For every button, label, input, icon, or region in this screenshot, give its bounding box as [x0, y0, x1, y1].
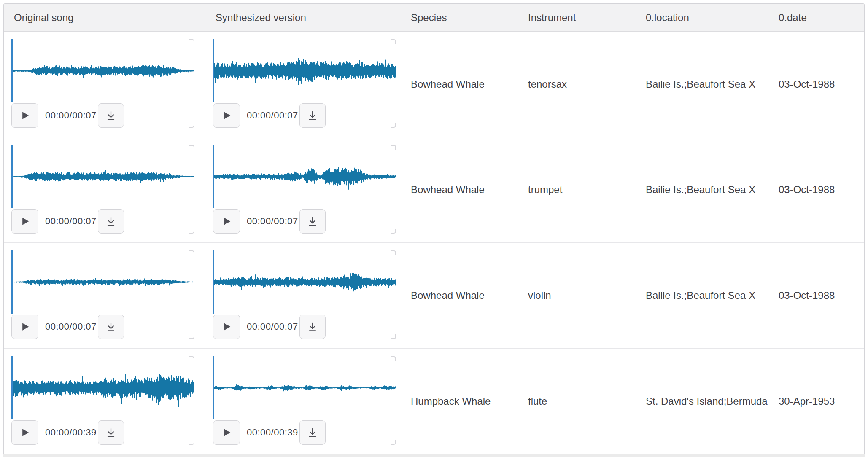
play-button[interactable]	[11, 103, 38, 128]
download-icon	[105, 110, 116, 121]
download-icon	[105, 427, 116, 438]
audio-controls: 00:00/00:39	[213, 420, 396, 445]
download-button[interactable]	[299, 209, 326, 234]
audio-player: 00:00/00:07	[11, 145, 194, 234]
download-button[interactable]	[98, 209, 124, 234]
playhead-cursor	[213, 145, 214, 208]
play-button[interactable]	[213, 420, 240, 445]
audio-player: 00:00/00:07	[213, 250, 396, 339]
download-icon	[307, 427, 318, 438]
play-icon	[221, 215, 232, 227]
play-icon	[19, 215, 31, 227]
waveform-canvas[interactable]	[11, 145, 194, 208]
table-row: 00:00/00:07	[4, 243, 864, 349]
play-button[interactable]	[213, 103, 240, 128]
playhead-cursor	[11, 145, 13, 208]
instrument-cell: tenorsax	[518, 32, 636, 137]
species-cell: Bowhead Whale	[401, 243, 518, 348]
table-body: 00:00/00:07	[4, 32, 864, 454]
play-icon	[221, 110, 232, 121]
horizontal-scrollbar-track[interactable]	[3, 454, 865, 457]
location-cell: Bailie Is.;Beaufort Sea X	[636, 243, 768, 348]
waveform-canvas[interactable]	[11, 356, 194, 419]
waveform-canvas[interactable]	[213, 250, 396, 314]
download-button[interactable]	[299, 315, 326, 339]
column-header-location: 0.location	[636, 4, 768, 31]
synthesized-audio-cell: 00:00/00:07	[205, 32, 401, 137]
waveform[interactable]	[11, 39, 194, 102]
original-audio-cell: 00:00/00:07	[4, 32, 205, 137]
audio-controls: 00:00/00:07	[11, 315, 194, 339]
audio-player: 00:00/00:07	[213, 39, 396, 128]
waveform[interactable]	[213, 145, 396, 208]
download-icon	[105, 321, 116, 332]
audio-controls: 00:00/00:07	[11, 209, 194, 234]
synthesized-audio-cell: 00:00/00:39	[205, 349, 401, 454]
original-audio-cell: 00:00/00:07	[4, 137, 205, 243]
download-icon	[307, 216, 318, 227]
species-cell: Bowhead Whale	[401, 137, 518, 243]
audio-controls: 00:00/00:07	[213, 209, 396, 234]
play-button[interactable]	[11, 420, 38, 445]
waveform-canvas[interactable]	[213, 39, 396, 102]
waveform[interactable]	[213, 356, 396, 419]
download-button[interactable]	[98, 420, 124, 445]
playhead-cursor	[11, 356, 13, 419]
download-button[interactable]	[299, 420, 326, 445]
playhead-cursor	[213, 356, 214, 419]
time-display: 00:00/00:07	[247, 110, 298, 121]
table-row: 00:00/00:39	[4, 349, 864, 454]
download-icon	[307, 321, 318, 332]
location-cell: Bailie Is.;Beaufort Sea X	[636, 137, 768, 243]
play-icon	[19, 110, 31, 121]
time-display: 00:00/00:39	[247, 427, 298, 438]
audio-player: 00:00/00:07	[11, 250, 194, 339]
waveform[interactable]	[11, 145, 194, 208]
play-icon	[221, 427, 232, 438]
waveform-canvas[interactable]	[213, 145, 396, 208]
playhead-cursor	[213, 39, 214, 102]
waveform[interactable]	[11, 250, 194, 314]
download-button[interactable]	[98, 103, 124, 128]
playhead-cursor	[213, 250, 214, 314]
play-button[interactable]	[11, 315, 38, 339]
playhead-cursor	[11, 250, 13, 314]
table-header-row: Original song Synthesized version Specie…	[4, 4, 864, 32]
waveform-canvas[interactable]	[11, 39, 194, 102]
table-row: 00:00/00:07	[4, 32, 864, 137]
waveform-canvas[interactable]	[213, 356, 396, 419]
waveform[interactable]	[213, 39, 396, 102]
waveform[interactable]	[213, 250, 396, 314]
location-cell: Bailie Is.;Beaufort Sea X	[636, 32, 768, 137]
time-display: 00:00/00:39	[45, 427, 97, 438]
audio-controls: 00:00/00:39	[11, 420, 194, 445]
column-header-species: Species	[401, 4, 518, 31]
column-header-original-song: Original song	[4, 4, 205, 31]
download-icon	[307, 110, 318, 121]
audio-player: 00:00/00:39	[213, 356, 396, 445]
column-header-date: 0.date	[768, 4, 864, 31]
location-cell: St. David's Island;Bermuda	[636, 349, 768, 454]
time-display: 00:00/00:07	[45, 110, 97, 121]
time-display: 00:00/00:07	[45, 321, 97, 332]
time-display: 00:00/00:07	[247, 216, 298, 227]
waveform[interactable]	[11, 356, 194, 419]
date-cell: 03-Oct-1988	[768, 137, 864, 243]
play-button[interactable]	[11, 209, 38, 234]
original-audio-cell: 00:00/00:07	[4, 243, 205, 348]
species-cell: Bowhead Whale	[401, 32, 518, 137]
playhead-cursor	[11, 39, 13, 102]
column-header-synthesized-version: Synthesized version	[205, 4, 401, 31]
audio-player: 00:00/00:07	[11, 39, 194, 128]
download-button[interactable]	[299, 103, 326, 128]
play-button[interactable]	[213, 209, 240, 234]
species-cell: Humpback Whale	[401, 349, 518, 454]
waveform-canvas[interactable]	[11, 250, 194, 314]
instrument-cell: trumpet	[518, 137, 636, 243]
instrument-cell: violin	[518, 243, 636, 348]
download-icon	[105, 216, 116, 227]
play-button[interactable]	[213, 315, 240, 339]
download-button[interactable]	[98, 315, 124, 339]
audio-table: Original song Synthesized version Specie…	[3, 3, 865, 454]
page: { "colors": { "waveform": "#1576a6", "pl…	[0, 0, 868, 457]
